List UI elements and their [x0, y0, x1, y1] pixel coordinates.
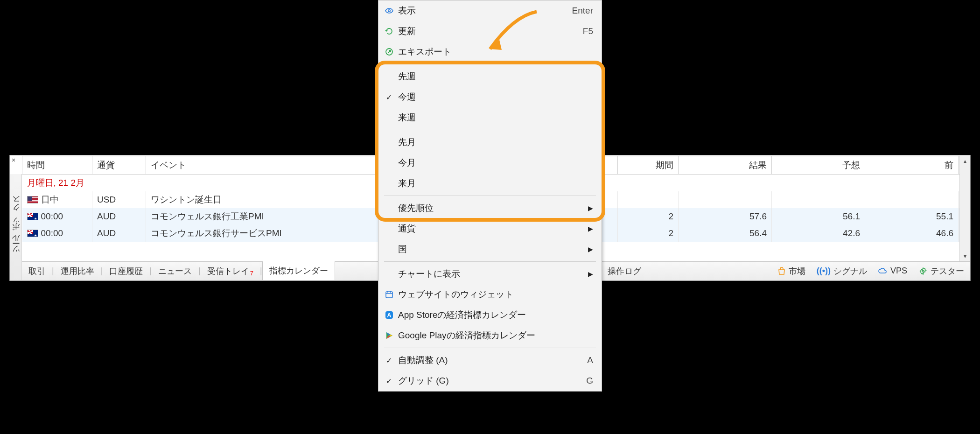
link-market[interactable]: 市場: [772, 266, 811, 277]
svg-text:A: A: [387, 312, 392, 319]
bag-icon: [777, 267, 786, 275]
menu-separator: [384, 64, 596, 64]
vertical-scrollbar[interactable]: ▴ ▾: [959, 156, 970, 261]
link-tester[interactable]: テスター: [913, 266, 970, 277]
inbox-badge: 7: [250, 270, 253, 277]
col-result[interactable]: 結果: [679, 156, 772, 175]
menu-google-play[interactable]: Google Playの経済指標カレンダー: [378, 325, 602, 346]
menu-separator: [384, 261, 596, 262]
flag-aud-icon: [27, 213, 38, 220]
menu-view[interactable]: 表示 Enter: [378, 0, 602, 21]
menu-this-week[interactable]: 今週: [378, 87, 602, 107]
link-signal[interactable]: ((•)) シグナル: [811, 266, 873, 277]
toolbox-label: ツールボックス: [10, 197, 21, 257]
col-period[interactable]: 期間: [618, 156, 679, 175]
tab-history[interactable]: 口座履歴: [103, 262, 149, 280]
menu-currency[interactable]: 通貨▶: [378, 218, 602, 239]
link-vps[interactable]: VPS: [873, 266, 913, 276]
menu-app-store[interactable]: A App Storeの経済指標カレンダー: [378, 305, 602, 325]
chevron-right-icon: ▶: [588, 204, 593, 212]
flag-aud-icon: [27, 230, 38, 237]
col-previous[interactable]: 前: [865, 156, 959, 175]
menu-prev-month[interactable]: 先月: [378, 132, 602, 153]
tab-ratio[interactable]: 運用比率: [54, 262, 101, 280]
chevron-right-icon: ▶: [588, 270, 593, 278]
menu-prev-week[interactable]: 先週: [378, 66, 602, 87]
calendar-icon: [384, 289, 394, 300]
signal-icon: ((•)): [817, 266, 831, 276]
menu-refresh[interactable]: 更新 F5: [378, 21, 602, 42]
menu-next-week[interactable]: 来週: [378, 107, 602, 128]
tab-news[interactable]: ニュース: [152, 262, 198, 280]
close-icon[interactable]: ×: [12, 156, 15, 164]
menu-export[interactable]: エキスポート: [378, 42, 602, 62]
menu-separator: [384, 130, 596, 130]
col-currency[interactable]: 通貨: [92, 156, 146, 175]
menu-this-month[interactable]: 今月: [378, 153, 602, 173]
tab-log[interactable]: 操作ログ: [601, 262, 648, 280]
scroll-up-icon[interactable]: ▴: [964, 156, 966, 166]
flag-usd-icon: [27, 196, 38, 203]
svg-point-1: [388, 10, 390, 12]
menu-auto-adjust[interactable]: 自動調整 (A) A: [378, 350, 602, 371]
eye-icon: [384, 6, 394, 16]
gear-icon: [918, 266, 928, 276]
menu-next-month[interactable]: 来月: [378, 173, 602, 194]
menu-priority[interactable]: 優先順位▶: [378, 198, 602, 218]
tab-trade[interactable]: 取引: [22, 262, 52, 280]
app-store-icon: A: [384, 310, 394, 320]
menu-separator: [384, 196, 596, 196]
chevron-right-icon: ▶: [588, 225, 593, 232]
menu-grid[interactable]: グリッド (G) G: [378, 371, 602, 391]
tab-calendar[interactable]: 指標カレンダー: [262, 261, 335, 280]
svg-point-0: [922, 270, 924, 272]
menu-separator: [384, 348, 596, 348]
menu-website-widget[interactable]: ウェブサイトのウィジェット: [378, 284, 602, 305]
col-forecast[interactable]: 予想: [772, 156, 865, 175]
export-icon: [384, 47, 394, 57]
google-play-icon: [384, 330, 394, 341]
cloud-icon: [878, 267, 888, 275]
chevron-right-icon: ▶: [588, 245, 593, 253]
refresh-icon: [384, 26, 394, 36]
svg-rect-3: [386, 292, 392, 298]
col-time[interactable]: 時間: [22, 156, 92, 175]
context-menu: 表示 Enter 更新 F5 エキスポート 先週 今週 来週 先月 今月 来月 …: [378, 0, 602, 392]
menu-country[interactable]: 国▶: [378, 239, 602, 259]
scroll-down-icon[interactable]: ▾: [964, 251, 966, 261]
menu-show-on-chart[interactable]: チャートに表示▶: [378, 264, 602, 284]
tab-inbox[interactable]: 受信トレイ 7: [201, 262, 260, 280]
toolbox-vertical-tab[interactable]: ツールボックス: [10, 174, 21, 280]
